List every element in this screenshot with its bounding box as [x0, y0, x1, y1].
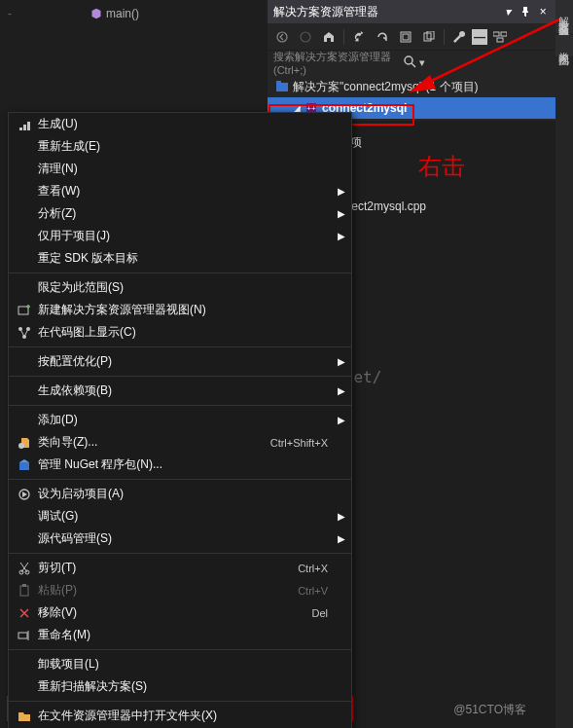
search-box[interactable]: 搜索解决方案资源管理器(Ctrl+;) ▾: [268, 51, 555, 74]
remove-icon: [18, 606, 31, 620]
menu-source-control[interactable]: 源代码管理(S)▶: [9, 528, 351, 550]
svg-point-0: [277, 32, 287, 42]
submenu-arrow-icon: ▶: [338, 385, 345, 396]
menu-view[interactable]: 查看(W)▶: [9, 180, 351, 202]
tree-item[interactable]: 赖项: [337, 131, 555, 153]
menu-add[interactable]: 添加(D)▶: [9, 409, 351, 431]
panel-toolbar: —: [268, 23, 555, 51]
refresh-icon[interactable]: [372, 26, 393, 48]
nuget-icon: [18, 458, 31, 472]
menu-build-deps[interactable]: 生成依赖项(B)▶: [9, 380, 351, 402]
menu-cut[interactable]: 剪切(T)Ctrl+X: [9, 557, 351, 579]
function-icon: [90, 8, 102, 19]
view-icon[interactable]: [489, 26, 511, 48]
panel-titlebar: 解决方案资源管理器 ▾ ×: [268, 0, 555, 23]
codemap-icon: [18, 326, 31, 340]
class-wizard-icon: [18, 436, 31, 450]
diff-icon[interactable]: —: [472, 29, 487, 45]
back-icon[interactable]: [271, 26, 293, 48]
vertical-tab-strip: 解决方案资源管理器 类视图: [555, 0, 573, 728]
project-context-menu: 生成(U) 重新生成(E) 清理(N) 查看(W)▶ 分析(Z)▶ 仅用于项目(…: [8, 112, 352, 728]
menu-open-explorer[interactable]: 在文件资源管理器中打开文件夹(X): [9, 705, 351, 727]
svg-rect-11: [276, 81, 281, 83]
svg-rect-6: [493, 32, 499, 36]
submenu-arrow-icon: ▶: [338, 208, 345, 219]
menu-nuget[interactable]: 管理 NuGet 程序包(N)...: [9, 454, 351, 476]
startup-icon: [18, 488, 31, 501]
folder-icon: [18, 710, 31, 723]
menu-clean[interactable]: 清理(N): [9, 158, 351, 180]
svg-rect-25: [18, 633, 27, 638]
vtab-class-view[interactable]: 类视图: [555, 35, 573, 56]
forward-icon[interactable]: [295, 26, 316, 48]
cut-icon: [18, 562, 31, 575]
solution-explorer-panel: 解决方案资源管理器 ▾ × — 搜索解决方案资源管理器(Ctrl+;) ▾ 解决…: [268, 0, 555, 121]
submenu-arrow-icon: ▶: [338, 231, 345, 241]
svg-rect-24: [22, 584, 26, 587]
search-icon: [404, 55, 417, 69]
menu-remove[interactable]: 移除(V)Del: [9, 601, 351, 624]
menu-project-only[interactable]: 仅用于项目(J)▶: [9, 225, 351, 247]
menu-rescan[interactable]: 重新扫描解决方案(S): [9, 675, 351, 698]
svg-rect-8: [497, 38, 503, 42]
submenu-arrow-icon: ▶: [338, 356, 345, 367]
tree-partial: 赖项 nnect2mysql.cpp 件: [337, 131, 555, 238]
svg-rect-19: [19, 462, 29, 470]
submenu-arrow-icon: ▶: [338, 511, 345, 522]
collapse-icon[interactable]: [395, 26, 416, 48]
showall-icon[interactable]: [418, 26, 440, 48]
menu-paste: 粘贴(P)Ctrl+V: [9, 579, 351, 601]
menu-codemap[interactable]: 在代码图上显示(C): [9, 321, 351, 344]
menu-unload[interactable]: 卸载项目(L): [9, 653, 351, 675]
menu-build[interactable]: 生成(U): [9, 113, 351, 135]
submenu-arrow-icon: ▶: [338, 186, 345, 197]
watermark: @51CTO博客: [453, 702, 526, 718]
menu-analyze[interactable]: 分析(Z)▶: [9, 202, 351, 225]
tree-item[interactable]: 件: [337, 217, 555, 238]
svg-point-9: [405, 56, 412, 64]
sync-icon[interactable]: [348, 26, 370, 48]
svg-point-1: [301, 32, 310, 42]
menu-scope[interactable]: 限定为此范围(S): [9, 276, 351, 299]
svg-rect-3: [403, 34, 409, 40]
paste-icon: [18, 584, 31, 598]
solution-node[interactable]: 解决方案"connect2mysql"(1 个项目): [268, 76, 555, 97]
menu-rename[interactable]: 重命名(M): [9, 624, 351, 646]
home-icon[interactable]: [318, 26, 340, 48]
svg-rect-7: [501, 32, 507, 36]
svg-rect-14: [18, 307, 28, 314]
solution-icon: [275, 80, 289, 93]
wrench-icon[interactable]: [448, 26, 470, 48]
new-view-icon: [18, 304, 31, 317]
submenu-arrow-icon: ▶: [338, 533, 345, 544]
menu-rebuild[interactable]: 重新生成(E): [9, 135, 351, 158]
tree-item[interactable]: nnect2mysql.cpp: [337, 196, 555, 217]
menu-debug[interactable]: 调试(G)▶: [9, 505, 351, 528]
panel-dropdown-icon[interactable]: ▾: [501, 5, 515, 18]
panel-close-icon[interactable]: ×: [536, 5, 550, 18]
menu-retarget-sdk[interactable]: 重定 SDK 版本目标: [9, 247, 351, 270]
function-indicator[interactable]: main(): [90, 7, 139, 20]
svg-point-18: [18, 443, 24, 449]
submenu-arrow-icon: ▶: [338, 415, 345, 425]
rename-icon: [18, 629, 31, 642]
menu-class-wizard[interactable]: 类向导(Z)...Ctrl+Shift+X: [9, 431, 351, 454]
menu-new-view[interactable]: 新建解决方案资源管理器视图(N): [9, 299, 351, 321]
vtab-solution-explorer[interactable]: 解决方案资源管理器: [555, 0, 573, 33]
panel-pin-icon[interactable]: [519, 5, 532, 18]
menu-startup[interactable]: 设为启动项目(A): [9, 483, 351, 505]
svg-rect-10: [276, 83, 288, 91]
svg-rect-23: [20, 586, 28, 596]
menu-optimize[interactable]: 按配置优化(P)▶: [9, 350, 351, 373]
build-icon: [18, 118, 31, 131]
